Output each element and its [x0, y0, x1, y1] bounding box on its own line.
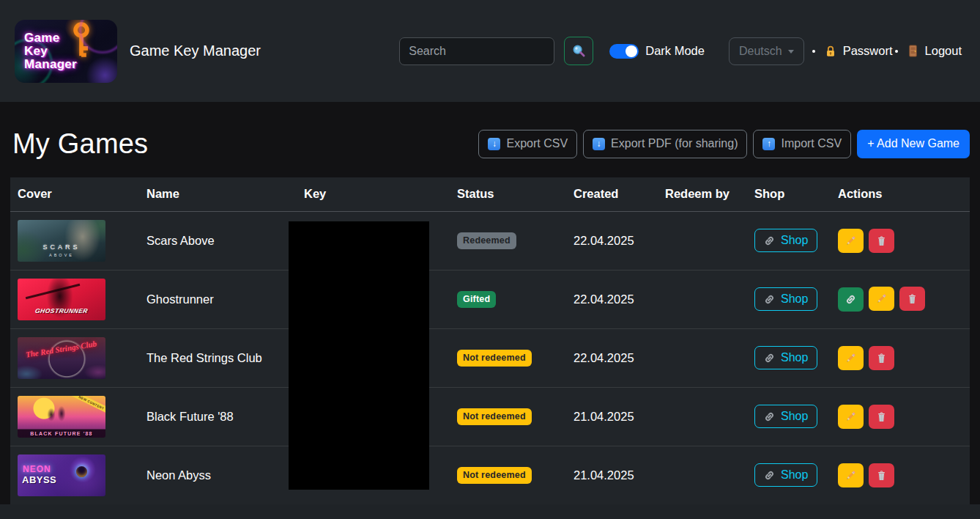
shop-button[interactable]: Shop: [754, 405, 817, 428]
shop-button[interactable]: Shop: [754, 463, 817, 487]
col-header-key: Key: [297, 177, 450, 211]
table-row: NEON ABYSS Neon Abyss Not redeemed 21.04…: [10, 446, 970, 504]
edit-button[interactable]: [838, 346, 864, 370]
password-link[interactable]: Passwort: [824, 44, 893, 58]
row-actions: [831, 270, 970, 328]
import-csv-button[interactable]: Import CSV: [753, 130, 851, 158]
app-title[interactable]: Game Key Manager: [130, 43, 261, 59]
pencil-icon: [844, 469, 857, 482]
row-actions: [831, 446, 970, 504]
delete-button[interactable]: [869, 463, 894, 487]
download-icon: [488, 138, 500, 150]
add-new-game-button[interactable]: + Add New Game: [857, 130, 970, 158]
search-input[interactable]: [399, 37, 554, 65]
table-row: The Red Strings Club The Red Strings Clu…: [10, 328, 970, 387]
export-pdf-button[interactable]: Export PDF (for sharing): [583, 130, 747, 158]
page-title: My Games: [12, 128, 148, 160]
delete-button[interactable]: [869, 405, 894, 429]
export-csv-button[interactable]: Export CSV: [478, 130, 577, 158]
download-icon: [593, 138, 605, 150]
created-date: 22.04.2025: [566, 270, 658, 328]
link-icon: [764, 411, 775, 422]
edit-button[interactable]: [838, 229, 864, 253]
shop-button[interactable]: Shop: [754, 229, 817, 252]
trash-icon: [875, 235, 888, 247]
created-date: 22.04.2025: [566, 328, 658, 387]
app-logo[interactable]: Game Key Manager: [15, 20, 117, 83]
pencil-icon: [875, 292, 888, 305]
footer-strip: [0, 504, 980, 519]
delete-button[interactable]: [899, 287, 925, 311]
chevron-down-icon: [788, 50, 794, 54]
gift-link-button[interactable]: [838, 287, 864, 312]
games-table: Cover Name Key Status Created Redeem by …: [10, 177, 970, 505]
row-actions: [831, 387, 970, 446]
col-header-created: Created: [566, 177, 658, 211]
trash-icon: [906, 292, 918, 305]
status-badge: Redeemed: [457, 232, 516, 249]
trash-icon: [875, 352, 888, 364]
game-name: Scars Above: [139, 211, 297, 270]
separator-dot: [895, 50, 898, 53]
created-date: 21.04.2025: [566, 387, 658, 446]
status-badge: Gifted: [457, 291, 496, 308]
magnifier-icon: [571, 43, 587, 59]
link-icon: [764, 294, 775, 305]
separator-dot: [812, 50, 815, 53]
link-icon: [845, 294, 856, 305]
game-cover[interactable]: NEON ABYSS: [18, 454, 105, 496]
col-header-status: Status: [450, 177, 566, 211]
pencil-icon: [844, 411, 857, 423]
row-actions: [831, 211, 970, 270]
redeem-by-date: [658, 328, 747, 387]
created-date: 21.04.2025: [566, 446, 658, 504]
upload-icon: [762, 138, 775, 150]
dark-mode-toggle-group: Dark Mode: [609, 44, 705, 59]
logo-text: Game Key Manager: [24, 31, 77, 70]
trash-icon: [875, 469, 888, 482]
col-header-actions: Actions: [831, 177, 970, 211]
search-button[interactable]: [564, 37, 593, 65]
col-header-redeem-by: Redeem by: [658, 177, 747, 211]
pencil-icon: [844, 235, 857, 247]
col-header-cover: Cover: [10, 177, 139, 211]
edit-button[interactable]: [838, 405, 864, 429]
dark-mode-toggle[interactable]: [609, 44, 639, 59]
redeem-by-date: [658, 270, 747, 328]
game-cover[interactable]: SCARS ABOVE: [18, 220, 105, 262]
edit-button[interactable]: [869, 287, 894, 311]
game-name: Black Future '88: [139, 387, 297, 446]
shop-button[interactable]: Shop: [754, 346, 817, 369]
redeem-by-date: [658, 387, 747, 446]
table-header-row: Cover Name Key Status Created Redeem by …: [10, 177, 970, 211]
games-table-body: SCARS ABOVE Scars Above Redeemed 22.04.2…: [10, 211, 970, 504]
created-date: 22.04.2025: [566, 211, 658, 270]
delete-button[interactable]: [869, 229, 894, 253]
logout-link[interactable]: Logout: [907, 44, 962, 58]
col-header-shop: Shop: [747, 177, 831, 211]
pencil-icon: [844, 352, 857, 364]
game-name: The Red Strings Club: [139, 328, 297, 387]
status-badge: Not redeemed: [457, 467, 532, 484]
delete-button[interactable]: [869, 346, 894, 370]
edit-button[interactable]: [838, 463, 864, 487]
redeem-by-date: [658, 211, 747, 270]
lock-icon: [824, 45, 837, 58]
toolbar: Export CSV Export PDF (for sharing) Impo…: [478, 130, 970, 158]
dark-mode-label: Dark Mode: [645, 44, 705, 58]
status-badge: Not redeemed: [457, 350, 532, 367]
game-cover[interactable]: GHOSTRUNNER: [18, 279, 105, 320]
row-actions: [831, 328, 970, 387]
link-icon: [764, 470, 775, 481]
shop-button[interactable]: Shop: [754, 287, 817, 311]
link-icon: [764, 235, 775, 246]
status-badge: Not redeemed: [457, 408, 532, 425]
table-row: GHOSTRUNNER Ghostrunner Gifted 22.04.202…: [10, 270, 970, 328]
language-dropdown[interactable]: Deutsch: [729, 37, 804, 65]
game-cover[interactable]: The Red Strings Club: [18, 337, 105, 379]
link-icon: [764, 353, 775, 364]
redeem-by-date: [658, 446, 747, 504]
navbar: Game Key Manager Game Key Manager Dark M…: [0, 0, 980, 102]
game-cover[interactable]: BLACK FUTURE '88 NEW CONTENT: [18, 396, 105, 438]
game-name: Neon Abyss: [139, 446, 297, 504]
